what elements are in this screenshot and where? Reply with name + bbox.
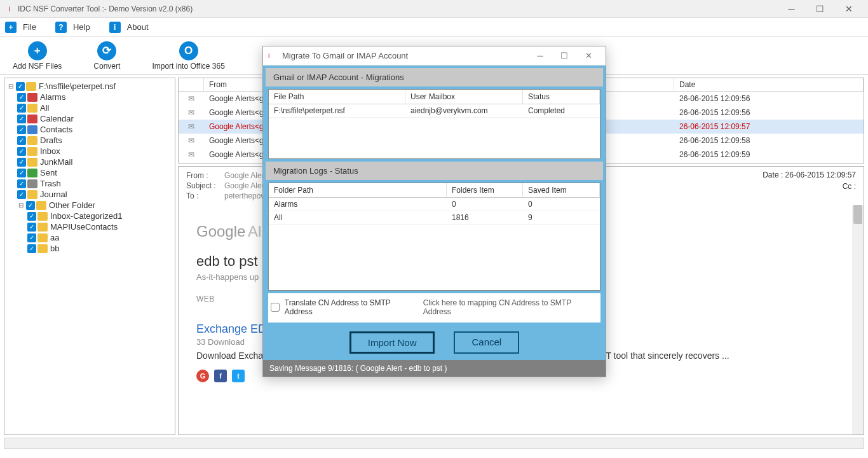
google-plus-icon[interactable]: G <box>196 370 209 382</box>
saveditem-column-header: Saved Item <box>523 183 600 198</box>
folder-icon <box>37 233 48 242</box>
tree-item[interactable]: ✓aa <box>7 232 172 243</box>
dialog-icon: i <box>268 52 277 60</box>
app-icon: i <box>5 4 14 13</box>
date-value: 26-06-2015 12:09:57 <box>785 170 856 179</box>
minimize-button[interactable]: ─ <box>777 1 806 17</box>
folder-icon <box>26 82 36 91</box>
table-row[interactable]: F:\nsffile\peterpet.nsf aiednjb@verykvm.… <box>269 104 600 118</box>
checkbox-icon[interactable]: ✓ <box>27 212 36 221</box>
envelope-icon: ✉ <box>179 149 204 160</box>
collapse-icon[interactable]: ⊟ <box>7 83 15 90</box>
subject-label: Subject : <box>186 181 224 190</box>
tree-item[interactable]: ✓Journal <box>7 189 172 200</box>
twitter-icon[interactable]: t <box>232 370 245 382</box>
dialog-close-button[interactable]: ✕ <box>576 48 600 64</box>
checkbox-icon[interactable]: ✓ <box>17 114 26 123</box>
dialog-maximize-button[interactable]: ☐ <box>552 48 576 64</box>
tree-item[interactable]: ✓JunkMail <box>7 156 172 167</box>
trash-icon <box>27 179 37 188</box>
cancel-button[interactable]: Cancel <box>454 331 519 354</box>
migrate-dialog: i Migrate To Gmail or IMAP Account ─ ☐ ✕… <box>262 46 606 377</box>
checkbox-icon[interactable]: ✓ <box>16 82 25 91</box>
mapping-hint-link[interactable]: Click here to mapping CN Address to SMTP… <box>423 298 598 316</box>
tree-item[interactable]: ✓Drafts <box>7 135 172 146</box>
tree-item[interactable]: ✓Calendar <box>7 113 172 124</box>
tree-item[interactable]: ✓Alarms <box>7 92 172 102</box>
plus-icon: + <box>28 41 47 60</box>
junk-icon <box>27 158 37 167</box>
status-column-header: Status <box>523 90 600 104</box>
checkbox-icon[interactable]: ✓ <box>17 158 26 167</box>
main-titlebar: i IDC NSF Converter Tool :- Demo Version… <box>0 0 868 18</box>
menu-bar: + File ? Help i About <box>0 18 868 37</box>
close-button[interactable]: ✕ <box>834 1 863 17</box>
tree-item[interactable]: ✓All <box>7 102 172 113</box>
cc-label: Cc : <box>843 182 856 191</box>
help-menu[interactable]: Help <box>73 22 90 32</box>
folderpath-column-header: Folder Path <box>269 183 447 198</box>
status-bar <box>4 438 864 449</box>
tree-root[interactable]: ⊟ ✓ F:\nsffile\peterpet.nsf <box>7 81 172 92</box>
checkbox-icon[interactable]: ✓ <box>17 169 26 177</box>
checkbox-icon[interactable]: ✓ <box>17 104 26 113</box>
inbox-icon <box>27 147 37 156</box>
checkbox-icon[interactable]: ✓ <box>27 233 36 242</box>
checkbox-icon[interactable]: ✓ <box>17 179 26 188</box>
tree-item[interactable]: ⊟✓Other Folder <box>7 200 172 211</box>
file-menu[interactable]: File <box>23 22 36 32</box>
add-nsf-button[interactable]: + Add NSF Files <box>13 41 62 71</box>
app-title: IDC NSF Converter Tool :- Demo Version v… <box>18 4 777 13</box>
translate-cn-checkbox[interactable] <box>271 303 280 312</box>
tree-item[interactable]: ✓Inbox-Categorized1 <box>7 211 172 221</box>
tree-item[interactable]: ✓Trash <box>7 178 172 189</box>
date-column-header[interactable]: Date <box>674 78 864 91</box>
import-office365-button[interactable]: O Import into Office 365 <box>152 41 225 71</box>
accounts-table[interactable]: File Path User Mailbox Status F:\nsffile… <box>268 89 600 159</box>
envelope-icon: ✉ <box>179 93 204 104</box>
folder-tree[interactable]: ⊟ ✓ F:\nsffile\peterpet.nsf ✓Alarms ✓All… <box>4 78 175 435</box>
checkbox-icon[interactable]: ✓ <box>17 190 26 199</box>
checkbox-icon[interactable]: ✓ <box>17 93 26 102</box>
alerts-text: Al <box>248 223 261 240</box>
table-row[interactable]: Alarms 0 0 <box>269 198 600 211</box>
import-now-button[interactable]: Import Now <box>349 331 435 354</box>
checkbox-icon[interactable]: ✓ <box>17 136 26 145</box>
contacts-icon <box>27 125 37 134</box>
envelope-icon: ✉ <box>179 107 204 118</box>
tree-item[interactable]: ✓Sent <box>7 167 172 178</box>
sent-icon <box>27 169 37 177</box>
checkbox-icon[interactable]: ✓ <box>17 147 26 156</box>
tree-item[interactable]: ✓bb <box>7 243 172 254</box>
folder-icon <box>37 212 48 221</box>
section-header-logs: Migration Logs - Status <box>266 162 603 180</box>
checkbox-icon[interactable]: ✓ <box>27 223 36 232</box>
dialog-minimize-button[interactable]: ─ <box>528 48 552 64</box>
convert-button[interactable]: ⟳ Convert <box>93 41 120 71</box>
calendar-icon <box>27 114 37 123</box>
facebook-icon[interactable]: f <box>214 370 227 382</box>
tree-item[interactable]: ✓Inbox <box>7 146 172 156</box>
drafts-icon <box>27 136 37 145</box>
envelope-icon: ✉ <box>179 163 204 163</box>
scroll-thumb[interactable] <box>853 205 862 224</box>
tree-item[interactable]: ✓MAPIUseContacts <box>7 221 172 232</box>
table-row[interactable]: All 1816 9 <box>269 211 600 225</box>
tree-item[interactable]: ✓Contacts <box>7 124 172 135</box>
from-label: From : <box>186 171 224 180</box>
maximize-button[interactable]: ☐ <box>806 1 834 17</box>
logs-table[interactable]: Folder Path Folders Item Saved Item Alar… <box>268 183 600 291</box>
google-logo-text: Google <box>196 223 245 240</box>
import-office-label: Import into Office 365 <box>152 62 225 71</box>
about-menu[interactable]: About <box>127 22 149 32</box>
checkbox-icon[interactable]: ✓ <box>17 125 26 134</box>
folder-icon <box>37 223 48 232</box>
checkbox-icon[interactable]: ✓ <box>26 201 35 210</box>
about-menu-icon: i <box>109 22 121 33</box>
help-menu-icon: ? <box>55 22 67 33</box>
checkbox-icon[interactable]: ✓ <box>27 244 36 253</box>
date-label: Date : <box>763 170 783 179</box>
collapse-icon[interactable]: ⊟ <box>17 202 25 209</box>
convert-label: Convert <box>93 62 120 71</box>
vertical-scrollbar[interactable] <box>852 205 864 434</box>
